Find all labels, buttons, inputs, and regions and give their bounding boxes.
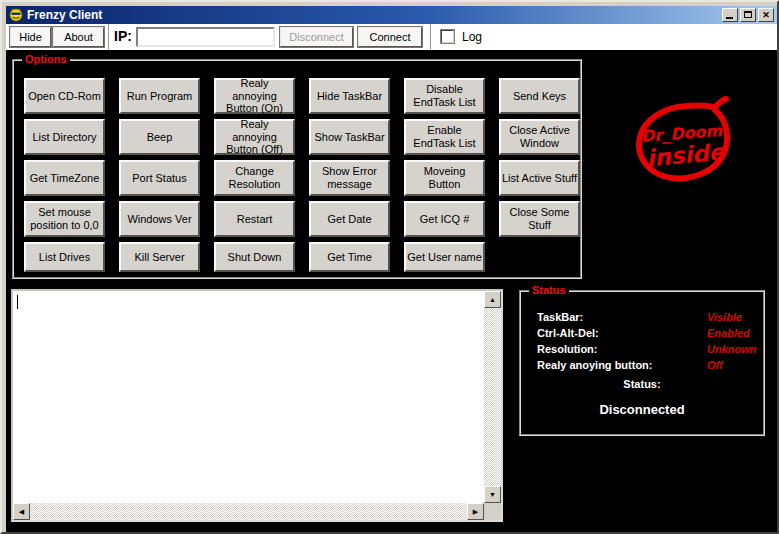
window-title: Frenzy Client	[27, 8, 722, 22]
status-label: Ctrl-Alt-Del:	[537, 327, 599, 339]
options-button-grid: Open CD-Rom Run Program Realy annoying B…	[24, 78, 580, 272]
get-timezone-button[interactable]: Get TimeZone	[24, 160, 105, 196]
status-row-annoying-button: Realy anoying button: Off	[521, 358, 763, 374]
get-icq-button[interactable]: Get ICQ #	[404, 201, 485, 237]
get-user-name-button[interactable]: Get User name	[404, 242, 485, 272]
dr-doom-inside-logo: Dr_Doom inside	[628, 93, 746, 199]
realy-annoying-off-button[interactable]: Realy annoying Button (Off)	[214, 119, 295, 155]
close-icon: ✕	[759, 9, 773, 21]
port-status-button[interactable]: Port Status	[119, 160, 200, 196]
status-value: Enabled	[707, 327, 750, 339]
log-output-area[interactable]: ▲ ▼ ◀ ▶	[11, 289, 503, 522]
list-directory-button[interactable]: List Directory	[24, 119, 105, 155]
status-row-ctrl-alt-del: Ctrl-Alt-Del: Enabled	[521, 326, 763, 342]
status-label: Realy anoying button:	[537, 359, 653, 371]
status-row-taskbar: TaskBar: Visible	[521, 310, 763, 326]
vertical-scroll-track[interactable]	[484, 308, 501, 486]
toolbar: Hide About IP: Disconnect Connect Log	[6, 24, 777, 50]
run-program-button[interactable]: Run Program	[119, 78, 200, 114]
vertical-scrollbar[interactable]: ▲ ▼	[484, 291, 501, 503]
maximize-icon	[744, 11, 752, 18]
log-checkbox[interactable]	[441, 30, 454, 43]
scroll-left-icon[interactable]: ◀	[13, 503, 30, 520]
realy-annoying-on-button[interactable]: Realy annoying Button (On)	[214, 78, 295, 114]
send-keys-button[interactable]: Send Keys	[499, 78, 580, 114]
status-caption: Status:	[521, 378, 763, 390]
close-some-stuff-button[interactable]: Close Some Stuff	[499, 201, 580, 237]
status-value: Visible	[707, 311, 742, 323]
status-rows: TaskBar: Visible Ctrl-Alt-Del: Enabled R…	[521, 310, 763, 374]
status-label: TaskBar:	[537, 311, 583, 323]
toolbar-separator	[108, 24, 109, 50]
show-taskbar-button[interactable]: Show TaskBar	[309, 119, 390, 155]
status-value: Off	[707, 359, 723, 371]
change-resolution-button[interactable]: Change Resolution	[214, 160, 295, 196]
close-button[interactable]: ✕	[758, 8, 774, 22]
open-cdrom-button[interactable]: Open CD-Rom	[24, 78, 105, 114]
status-label: Resolution:	[537, 343, 598, 355]
windows-ver-button[interactable]: Windows Ver	[119, 201, 200, 237]
connect-button[interactable]: Connect	[358, 27, 422, 47]
set-mouse-position-button[interactable]: Set mouse position to 0,0	[24, 201, 105, 237]
shut-down-button[interactable]: Shut Down	[214, 242, 295, 272]
window: Frenzy Client ✕ Hide About IP: Disconnec…	[0, 0, 779, 534]
log-checkbox-label: Log	[462, 30, 482, 44]
list-active-stuff-button[interactable]: List Active Stuff	[499, 160, 580, 196]
close-active-window-button[interactable]: Close Active Window	[499, 119, 580, 155]
minimize-button[interactable]	[722, 8, 738, 22]
list-drives-button[interactable]: List Drives	[24, 242, 105, 272]
title-bar[interactable]: Frenzy Client ✕	[6, 6, 777, 24]
get-time-button[interactable]: Get Time	[309, 242, 390, 272]
get-date-button[interactable]: Get Date	[309, 201, 390, 237]
options-group: Options Open CD-Rom Run Program Realy an…	[12, 59, 582, 279]
minimize-icon	[726, 17, 733, 19]
status-row-resolution: Resolution: Unknown	[521, 342, 763, 358]
scroll-down-icon[interactable]: ▼	[484, 486, 501, 503]
show-error-message-button[interactable]: Show Error message	[309, 160, 390, 196]
hide-taskbar-button[interactable]: Hide TaskBar	[309, 78, 390, 114]
toolbar-separator	[430, 24, 431, 50]
client-area: Options Open CD-Rom Run Program Realy an…	[6, 50, 777, 532]
horizontal-scroll-track[interactable]	[30, 503, 467, 520]
ip-label: IP:	[114, 28, 132, 44]
scroll-up-icon[interactable]: ▲	[484, 291, 501, 308]
disconnect-button[interactable]: Disconnect	[280, 27, 353, 47]
maximize-button[interactable]	[740, 8, 756, 22]
status-value: Unknown	[707, 343, 757, 355]
status-group-title: Status	[529, 284, 569, 296]
options-group-title: Options	[22, 53, 70, 65]
enable-endtask-list-button[interactable]: Enable EndTask List	[404, 119, 485, 155]
connection-state: Disconnected	[521, 402, 763, 417]
horizontal-scrollbar[interactable]: ◀ ▶	[13, 503, 484, 520]
beep-button[interactable]: Beep	[119, 119, 200, 155]
text-caret	[17, 295, 18, 309]
hide-button[interactable]: Hide	[10, 27, 51, 47]
moveing-button[interactable]: Moveing Button	[404, 160, 485, 196]
smiley-app-icon	[9, 8, 23, 22]
scrollbar-corner	[484, 503, 501, 520]
status-group: Status TaskBar: Visible Ctrl-Alt-Del: En…	[519, 290, 765, 436]
scroll-right-icon[interactable]: ▶	[467, 503, 484, 520]
restart-button[interactable]: Restart	[214, 201, 295, 237]
about-button[interactable]: About	[53, 27, 104, 47]
ip-input[interactable]	[136, 27, 275, 47]
kill-server-button[interactable]: Kill Server	[119, 242, 200, 272]
disable-endtask-list-button[interactable]: Disable EndTask List	[404, 78, 485, 114]
